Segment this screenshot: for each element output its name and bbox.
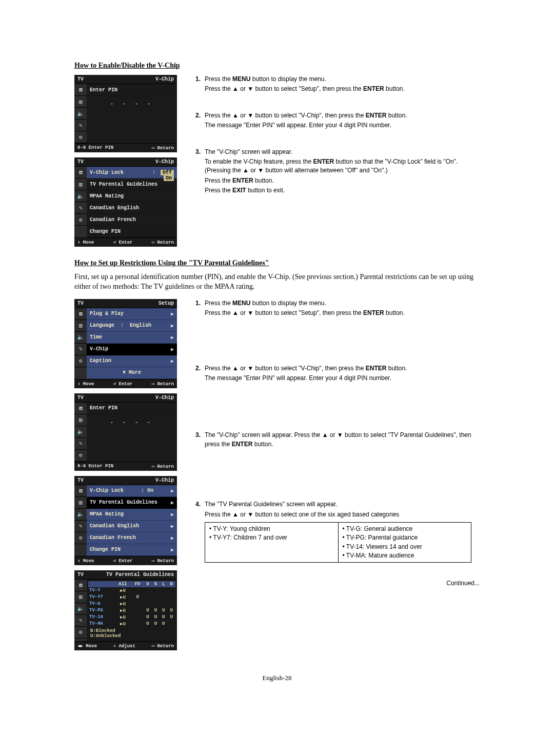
cell: U bbox=[144, 614, 151, 621]
sound-icon: 🔈 bbox=[74, 509, 87, 521]
t: button. bbox=[252, 441, 273, 448]
change-pin-label: Change PIN bbox=[90, 229, 121, 234]
step-b1: 1. Press the MENU button to display the … bbox=[195, 299, 480, 319]
footer-move: Move bbox=[83, 240, 94, 245]
gear-icon: ⚙ bbox=[74, 131, 87, 143]
osd-title-vchip: V-Chip bbox=[155, 159, 174, 165]
page-number: English-28 bbox=[74, 674, 480, 682]
osd-title-tv: TV bbox=[77, 478, 84, 483]
t: To enable the V-Chip feature, press the bbox=[205, 158, 313, 165]
t: MENU bbox=[232, 300, 250, 307]
step-number: 4. bbox=[195, 500, 205, 563]
vchip-lock-on-hint: On bbox=[164, 175, 174, 181]
row-tvma: TV-MA bbox=[88, 621, 114, 627]
osd-tvpg-grid: TV TV Parental Guidelines ⧈ ▥ 🔈 ✎ ⚙ bbox=[74, 570, 177, 650]
footer-enter: Enter bbox=[119, 559, 133, 564]
row-tvpg: TV-PG bbox=[88, 607, 114, 614]
step-number: 2. bbox=[195, 364, 205, 384]
prefix-09: 0-9 bbox=[77, 145, 86, 150]
t: The message "Enter PIN" will appear. Ent… bbox=[205, 121, 407, 130]
legend-tvpg: • TV-PG: Parental guidance bbox=[343, 533, 467, 542]
legend-unblocked: U:Unblocked bbox=[90, 633, 173, 639]
step-number: 2. bbox=[195, 111, 205, 131]
t: Press the bbox=[205, 75, 232, 83]
footer-return: Return bbox=[157, 644, 174, 649]
manual-page: How to Enable/Disable the V-Chip TV V-Ch… bbox=[0, 0, 554, 756]
footer-move: Move bbox=[83, 382, 94, 387]
t: EXIT bbox=[232, 187, 246, 194]
footer-enter: Enter bbox=[119, 240, 133, 245]
footer-return: Return bbox=[157, 464, 174, 469]
tools-icon: ✎ bbox=[74, 615, 87, 627]
chevron-right-icon: ▶ bbox=[171, 334, 174, 341]
t: button. bbox=[384, 85, 405, 92]
footer-return: Return bbox=[157, 146, 174, 151]
cell: U bbox=[168, 614, 175, 621]
step-a2: 2. Press the ▲ or ▼ button to select "V-… bbox=[195, 111, 480, 131]
chevron-right-icon: ▶ bbox=[171, 358, 174, 364]
legend-tvy7: • TV-Y7: Children 7 and over bbox=[209, 533, 334, 542]
osd-title-tv: TV bbox=[77, 395, 84, 401]
channel-icon: ▥ bbox=[74, 96, 87, 108]
step-number: 3. bbox=[195, 431, 205, 450]
step-b4: 4. The "TV Parental Guidelines" screen w… bbox=[195, 500, 480, 563]
osd-column: TV V-Chip ⧈ ▥ 🔈 ✎ ⚙ Enter PIN - - - - bbox=[74, 75, 182, 252]
osd-vchip-menu-on: TV V-Chip ⧈ ▥ 🔈 ✎ ⚙ V-Chip Lock: On▶ TV … bbox=[74, 476, 177, 565]
section-heading-enable-vchip: How to Enable/Disable the V-Chip bbox=[74, 62, 480, 70]
tools-icon: ✎ bbox=[74, 521, 87, 532]
chevron-right-icon: ▶ bbox=[171, 500, 174, 506]
osd-title-setup: Setup bbox=[159, 301, 174, 306]
cell: U bbox=[123, 588, 125, 593]
can-en-label: Canadian English bbox=[90, 523, 139, 529]
chevron-right-icon: ▶ bbox=[171, 523, 174, 529]
gear-icon: ⚙ bbox=[74, 532, 87, 544]
language-value: English bbox=[130, 323, 151, 328]
change-pin-label: Change PIN bbox=[90, 547, 121, 552]
t: The "TV Parental Guidelines" screen will… bbox=[205, 500, 471, 509]
channel-icon: ▥ bbox=[74, 178, 87, 190]
osd-title-tv: TV bbox=[77, 76, 84, 82]
cell: U bbox=[123, 602, 125, 607]
footer-move: Move bbox=[86, 644, 97, 649]
enter-pin-label: Enter PIN bbox=[90, 87, 117, 93]
t: MENU bbox=[232, 75, 250, 83]
t: button to display the menu. bbox=[250, 75, 326, 83]
row-section1: TV V-Chip ⧈ ▥ 🔈 ✎ ⚙ Enter PIN - - - - bbox=[74, 75, 480, 252]
osd-title-tv: TV bbox=[77, 572, 84, 578]
gear-icon: ⚙ bbox=[74, 627, 87, 639]
row-tvg: TV-G bbox=[88, 601, 114, 607]
step-b3: 3. The "V-Chip" screen will appear. Pres… bbox=[195, 431, 480, 450]
osd-title-vchip: V-Chip bbox=[155, 395, 174, 401]
enter-pin-label: Enter PIN bbox=[90, 405, 117, 411]
language-label: Language bbox=[90, 323, 114, 328]
col-l: L bbox=[160, 581, 167, 587]
chevron-right-icon: ▶ bbox=[171, 535, 174, 541]
vchip-lock-label: V-Chip Lock bbox=[90, 488, 124, 493]
t: Press the bbox=[205, 187, 232, 194]
t: Press the bbox=[205, 177, 232, 184]
step-number: 1. bbox=[195, 75, 205, 95]
cell: U bbox=[152, 621, 160, 627]
t: ENTER bbox=[363, 85, 384, 92]
t: Press the ▲ or ▼ button to select "Setup… bbox=[205, 309, 363, 316]
picture-icon: ⧈ bbox=[74, 485, 87, 497]
osd-title-tv: TV bbox=[77, 159, 84, 165]
t: Press the ▲ or ▼ button to select "V-Chi… bbox=[205, 365, 366, 372]
t: button to exit. bbox=[246, 187, 285, 194]
osd-title-tvpg: TV Parental Guidelines bbox=[106, 572, 174, 578]
channel-icon: ▥ bbox=[74, 497, 87, 509]
cell: U bbox=[123, 622, 125, 627]
prefix-09: 0-9 bbox=[77, 464, 86, 469]
osd-vchip-menu-off: TV V-Chip ⧈ ▥ 🔈 ✎ ⚙ V-Chip Lock : Off bbox=[74, 157, 177, 247]
row-tvy: TV-Y bbox=[88, 587, 114, 594]
step-a3: 3. The "V-Chip" screen will appear. To e… bbox=[195, 148, 480, 196]
tools-icon: ✎ bbox=[74, 438, 87, 450]
continued-label: Continued... bbox=[195, 579, 480, 588]
cell: U bbox=[144, 607, 151, 614]
row-section2: TV Setup ⧈ ▥ 🔈 ✎ ⚙ Plug & Play▶ Language… bbox=[74, 299, 480, 655]
cell: U bbox=[131, 594, 144, 601]
osd-title-vchip: V-Chip bbox=[155, 76, 174, 82]
t: The "V-Chip" screen will appear. bbox=[205, 148, 480, 156]
mpaa-label: MPAA Rating bbox=[90, 193, 124, 199]
cell: U bbox=[168, 607, 175, 614]
